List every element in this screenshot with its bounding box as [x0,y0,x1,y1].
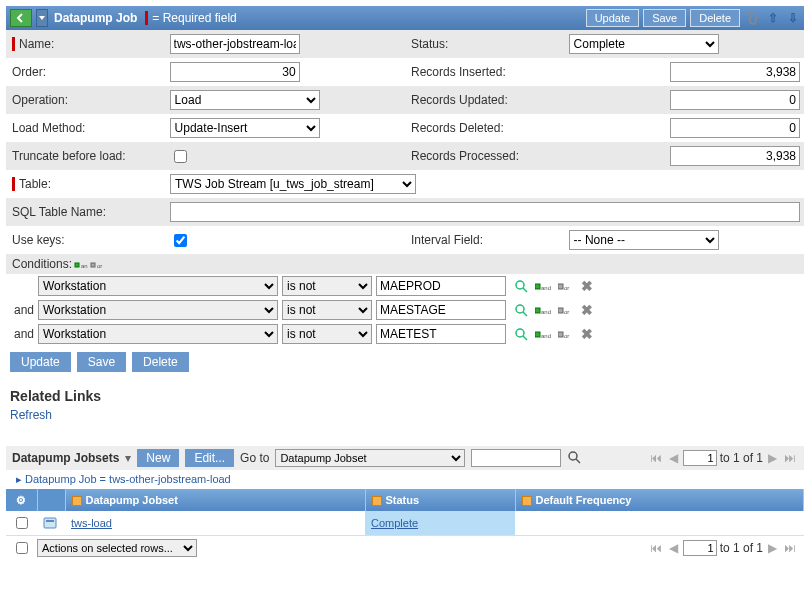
pager-last-bottom[interactable]: ⏭ [782,541,798,555]
add-or-icon[interactable]: or [556,301,574,319]
row-checkbox[interactable] [16,517,28,529]
svg-point-4 [516,281,524,289]
crumb-arrow-icon: ▸ [16,473,22,485]
goto-label: Go to [240,451,269,465]
pager-prev-bottom[interactable]: ◀ [667,541,680,555]
cond-field-select[interactable]: Workstation [38,324,278,344]
back-dropdown[interactable] [36,9,48,27]
add-and-icon[interactable]: and [534,277,552,295]
add-or-icon[interactable]: or [90,257,104,271]
svg-rect-25 [46,520,54,522]
update-button-top[interactable]: Update [586,9,639,27]
refresh-link[interactable]: Refresh [6,406,56,424]
row-jobset-link[interactable]: tws-load [71,517,112,529]
save-button[interactable]: Save [77,352,126,372]
select-all-checkbox[interactable] [16,542,28,554]
cond-op-select[interactable]: is not [282,300,372,320]
cube-icon [522,496,532,506]
sql-table-label: SQL Table Name: [12,205,106,219]
rec-updated-label: Records Updated: [411,93,508,107]
cube-icon [72,496,82,506]
cond-value-input[interactable] [376,324,506,344]
order-input[interactable] [170,62,300,82]
lookup-icon[interactable] [512,301,530,319]
add-or-icon[interactable]: or [556,325,574,343]
pager-next-top[interactable]: ▶ [766,451,779,465]
add-and-icon[interactable]: and [534,325,552,343]
col-status[interactable]: Status [386,494,420,506]
conditions-label: Conditions: [12,257,72,271]
goto-field-select[interactable]: Datapump Jobset [275,449,465,467]
svg-line-11 [523,312,527,316]
gear-icon[interactable]: ⚙ [16,494,26,506]
actions-select[interactable]: Actions on selected rows... [37,539,197,557]
col-freq[interactable]: Default Frequency [536,494,632,506]
svg-text:and: and [541,285,551,291]
truncate-checkbox[interactable] [174,150,187,163]
lookup-icon[interactable] [512,325,530,343]
pager-first-bottom[interactable]: ⏮ [648,541,664,555]
up-arrow-icon[interactable]: ⇧ [766,11,780,25]
pager-first-top[interactable]: ⏮ [648,451,664,465]
table-label: Table: [12,177,51,191]
cond-op-select[interactable]: is not [282,276,372,296]
required-mark [145,11,148,25]
pager-last-top[interactable]: ⏭ [782,451,798,465]
load-method-select[interactable]: Update-Insert [170,118,320,138]
delete-cond-icon[interactable]: ✖ [578,277,596,295]
edit-button[interactable]: Edit... [185,449,234,467]
use-keys-label: Use keys: [12,233,65,247]
add-or-icon[interactable]: or [556,277,574,295]
status-select[interactable]: Complete [569,34,719,54]
pager-page-bottom[interactable] [683,540,717,556]
rec-inserted-value [670,62,800,82]
pager-prev-top[interactable]: ◀ [667,451,680,465]
record-icon[interactable] [43,516,57,530]
pager-of-top: to 1 of 1 [720,451,763,465]
update-button[interactable]: Update [10,352,71,372]
cond-op-select[interactable]: is not [282,324,372,344]
pager-next-bottom[interactable]: ▶ [766,541,779,555]
list-title-dropdown[interactable]: ▾ [125,451,131,465]
col-jobset[interactable]: Datapump Jobset [86,494,178,506]
add-and-icon[interactable]: and [534,301,552,319]
svg-rect-0 [75,263,79,267]
lookup-icon[interactable] [512,277,530,295]
back-button[interactable] [10,9,32,27]
table-select[interactable]: TWS Job Stream [u_tws_job_stream] [170,174,416,194]
row-status-link[interactable]: Complete [371,517,418,529]
use-keys-checkbox[interactable] [174,234,187,247]
add-and-icon[interactable]: and [74,257,88,271]
list-title: Datapump Jobsets [12,451,119,465]
goto-search-input[interactable] [471,449,561,467]
interval-field-select[interactable]: -- None -- [569,230,719,250]
name-label: Name: [12,37,54,51]
cond-field-select[interactable]: Workstation [38,276,278,296]
delete-button[interactable]: Delete [132,352,189,372]
status-label: Status: [411,37,448,51]
delete-cond-icon[interactable]: ✖ [578,325,596,343]
cond-value-input[interactable] [376,276,506,296]
svg-point-10 [516,305,524,313]
down-arrow-icon[interactable]: ⇩ [786,11,800,25]
svg-point-16 [516,329,524,337]
attachment-icon[interactable] [746,11,760,25]
operation-select[interactable]: Load [170,90,320,110]
svg-point-22 [569,452,577,460]
order-label: Order: [12,65,46,79]
cond-prefix: and [14,327,38,341]
sql-table-input[interactable] [170,202,800,222]
name-input[interactable] [170,34,300,54]
breadcrumb[interactable]: Datapump Job = tws-other-jobstream-load [25,473,231,485]
search-icon[interactable] [567,450,581,467]
pager-page-top[interactable] [683,450,717,466]
rec-processed-label: Records Processed: [411,149,519,163]
cond-field-select[interactable]: Workstation [38,300,278,320]
svg-rect-20 [558,332,563,337]
delete-cond-icon[interactable]: ✖ [578,301,596,319]
save-button-top[interactable]: Save [643,9,686,27]
cond-value-input[interactable] [376,300,506,320]
svg-line-5 [523,288,527,292]
delete-button-top[interactable]: Delete [690,9,740,27]
new-button[interactable]: New [137,449,179,467]
